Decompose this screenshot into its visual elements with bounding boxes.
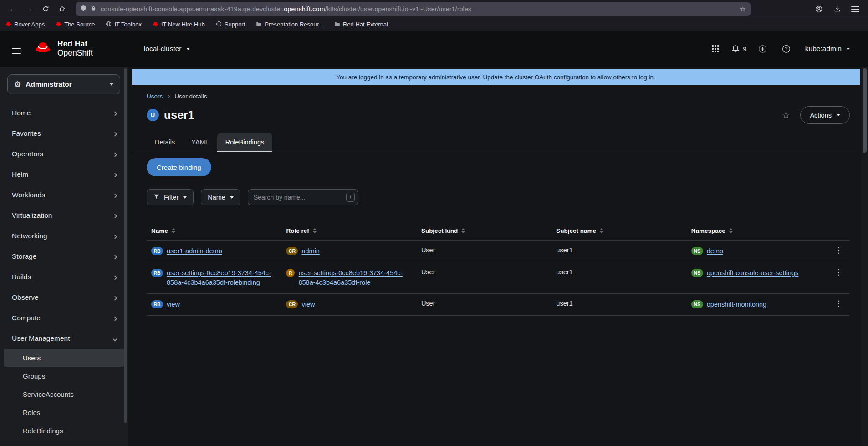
tracking-protection-shield-icon[interactable] — [80, 5, 87, 13]
nav-toggle-icon[interactable] — [12, 43, 21, 54]
favorite-star-icon[interactable]: ☆ — [782, 110, 791, 120]
app-launcher-icon[interactable] — [706, 39, 725, 58]
rolebinding-name-link[interactable]: user1-admin-demo — [167, 246, 222, 256]
scrollbar-thumb[interactable] — [863, 68, 867, 153]
namespace-link[interactable]: openshift-monitoring — [707, 300, 766, 309]
sidebar-item-workloads[interactable]: Workloads — [0, 185, 128, 205]
subject-name: user1 — [556, 300, 572, 307]
column-header-subject-kind[interactable]: Subject kind — [421, 227, 465, 234]
reload-icon[interactable] — [38, 2, 53, 16]
sidebar-item-home[interactable]: Home — [0, 103, 128, 123]
globe-favicon-icon — [106, 21, 112, 28]
search-input[interactable] — [248, 189, 358, 205]
user-menu-dropdown[interactable]: kube:admin — [805, 45, 850, 53]
sidebar-item-user-management[interactable]: User Management — [0, 328, 128, 349]
sidebar-item-users[interactable]: Users — [4, 349, 124, 367]
namespace-link[interactable]: openshift-console-user-settings — [707, 268, 799, 278]
breadcrumb-current: User details — [174, 93, 207, 100]
page-scrollbar[interactable] — [861, 67, 868, 446]
rolebinding-badge: RB — [151, 247, 163, 255]
role-ref-link[interactable]: admin — [301, 246, 320, 256]
role-ref-link[interactable]: user-settings-0cc8eb19-3734-454c-858a-4c… — [298, 268, 412, 287]
create-binding-button[interactable]: Create binding — [147, 158, 211, 176]
row-kebab-menu-icon[interactable]: ⋮ — [835, 246, 842, 254]
bookmark-item[interactable]: The Source — [56, 21, 95, 28]
chevron-right-icon — [113, 211, 117, 220]
bookmark-item[interactable]: Red Hat External — [334, 21, 388, 28]
sidebar-item-helm[interactable]: Helm — [0, 164, 128, 185]
sidebar-item-favorites[interactable]: Favorites — [0, 123, 128, 144]
chevron-right-icon — [113, 293, 117, 302]
sidebar-item-builds[interactable]: Builds — [0, 267, 128, 287]
home-icon[interactable] — [55, 2, 69, 16]
rolebinding-name-link[interactable]: user-settings-0cc8eb19-3734-454c-858a-4c… — [167, 268, 277, 287]
tab-rolebindings[interactable]: RoleBindings — [217, 133, 272, 152]
bookmark-item[interactable]: IT New Hire Hub — [153, 21, 205, 28]
bookmark-item[interactable]: Support — [216, 21, 245, 28]
column-header-role-ref[interactable]: Role ref — [286, 227, 316, 234]
openshift-logo[interactable]: Red Hat OpenShift — [34, 40, 93, 57]
help-icon[interactable]: ? — [777, 39, 796, 58]
row-kebab-menu-icon[interactable]: ⋮ — [835, 300, 842, 308]
chevron-right-icon — [113, 150, 117, 158]
forward-icon[interactable]: → — [22, 2, 36, 16]
oauth-configuration-link[interactable]: cluster OAuth configuration — [515, 74, 589, 81]
bookmark-item[interactable]: Rover Apps — [5, 21, 45, 28]
sidebar-scrollbar[interactable] — [124, 68, 127, 423]
folder-icon — [256, 21, 262, 28]
browser-menu-icon[interactable] — [848, 2, 863, 16]
redhat-favicon-icon — [5, 21, 11, 28]
namespace-link[interactable]: demo — [707, 246, 723, 256]
rolebinding-name-link[interactable]: view — [167, 300, 180, 309]
sidebar-item-operators[interactable]: Operators — [0, 144, 128, 164]
downloads-icon[interactable] — [830, 2, 844, 16]
account-icon[interactable] — [812, 2, 826, 16]
name-filter-dropdown[interactable]: Name — [201, 189, 240, 205]
chevron-down-icon — [110, 83, 113, 86]
sidebar-item-observe[interactable]: Observe — [0, 287, 128, 308]
role-ref-link[interactable]: view — [301, 300, 315, 309]
sidebar-item-groups[interactable]: Groups — [4, 367, 124, 385]
sidebar-item-roles[interactable]: Roles — [4, 403, 124, 421]
notifications-bell-icon[interactable]: 9 — [730, 39, 749, 58]
cluster-selector-dropdown[interactable]: local-cluster — [144, 45, 190, 53]
connection-lock-icon[interactable] — [91, 5, 97, 13]
address-bar[interactable]: console-openshift-console.apps.emurasak-… — [76, 2, 751, 16]
globe-favicon-icon — [216, 21, 222, 28]
namespace-badge: NS — [691, 247, 703, 255]
filter-dropdown[interactable]: Filter — [147, 189, 194, 205]
column-header-namespace[interactable]: Namespace — [691, 227, 733, 234]
sidebar-item-virtualization[interactable]: Virtualization — [0, 205, 128, 226]
bookmarks-bar: Rover Apps The Source IT Toolbox IT New … — [0, 18, 868, 31]
chevron-down-icon — [837, 114, 840, 116]
actions-button[interactable]: Actions — [800, 106, 850, 124]
bookmark-item[interactable]: Presentation Resour... — [256, 21, 323, 28]
chevron-right-icon — [113, 170, 117, 179]
breadcrumb-users-link[interactable]: Users — [147, 93, 163, 100]
quick-create-plus-icon[interactable] — [753, 39, 772, 58]
filter-toolbar: Filter Name / — [147, 189, 850, 205]
tab-yaml[interactable]: YAML — [183, 133, 217, 152]
row-kebab-menu-icon[interactable]: ⋮ — [835, 268, 842, 276]
sidebar-item-compute[interactable]: Compute — [0, 308, 128, 328]
role-badge: R — [286, 269, 295, 277]
sidebar-item-networking[interactable]: Networking — [0, 226, 128, 246]
namespace-badge: NS — [691, 300, 703, 308]
brand-line2: OpenShift — [57, 49, 93, 58]
sidebar-item-serviceaccounts[interactable]: ServiceAccounts — [4, 385, 124, 403]
sort-icon — [600, 228, 603, 233]
bookmark-star-icon[interactable]: ☆ — [740, 5, 746, 13]
perspective-switcher[interactable]: ⚙ Administrator — [7, 74, 120, 94]
chevron-down-icon — [113, 334, 117, 343]
table-row: RBview CRview User user1 NSopenshift-mon… — [147, 294, 850, 316]
sidebar-item-rolebindings[interactable]: RoleBindings — [4, 421, 124, 440]
sidebar-item-storage[interactable]: Storage — [0, 246, 128, 267]
bookmark-item[interactable]: IT Toolbox — [106, 21, 142, 28]
tab-details[interactable]: Details — [147, 133, 183, 152]
brand-line1: Red Hat — [57, 40, 93, 49]
chevron-right-icon — [113, 191, 117, 199]
column-header-subject-name[interactable]: Subject name — [556, 227, 603, 234]
chevron-down-icon — [846, 48, 850, 50]
back-icon[interactable]: ← — [5, 2, 20, 16]
column-header-name[interactable]: Name — [151, 227, 175, 234]
